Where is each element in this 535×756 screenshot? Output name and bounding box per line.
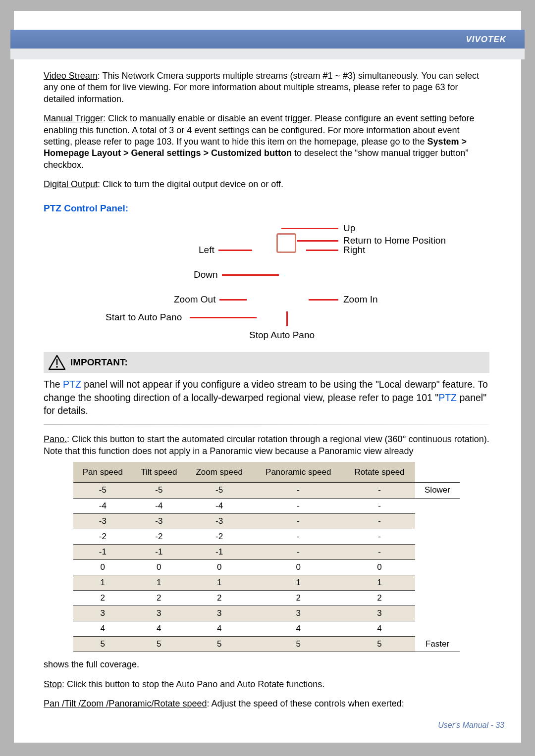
digital-output-label: Digital Output: [44, 179, 98, 189]
ptz-diagram: Up Return to Home Position Left Right Do…: [73, 219, 460, 343]
table-cell: 1: [186, 575, 253, 590]
table-cell: 5: [253, 637, 344, 652]
stop-auto-pano-connector: [286, 311, 288, 326]
important-before: The: [44, 379, 63, 390]
table-row: -3-3-3--: [73, 513, 460, 529]
ptz-link-1[interactable]: PTZ: [63, 379, 81, 390]
table-cell: -: [253, 498, 344, 513]
ptz-panel-heading: PTZ Control Panel:: [44, 202, 489, 215]
important-mid: panel will not appear if you configure a…: [44, 379, 488, 403]
table-cell: -4: [132, 498, 186, 513]
manual-trigger-paragraph: Manual Trigger: Click to manually enable…: [44, 113, 489, 171]
up-label: Up: [343, 222, 355, 235]
left-label: Left: [199, 244, 214, 256]
table-cell: 2: [132, 591, 186, 606]
stop-text: : Click this button to stop the Auto Pan…: [62, 679, 324, 689]
down-connector: [222, 274, 279, 276]
video-stream-paragraph: Video Stream: This Network Cmera support…: [44, 70, 489, 105]
table-row: 55555Faster: [73, 637, 460, 652]
pano-text: : Click this button to start the automat…: [44, 434, 489, 455]
table-cell: -2: [73, 529, 132, 544]
table-cell: 0: [186, 559, 253, 575]
left-connector: [218, 250, 252, 251]
down-label: Down: [194, 269, 218, 281]
table-cell: -: [253, 544, 344, 559]
speed-header: Panoramic speed: [253, 462, 344, 483]
manual-trigger-label: Manual Trigger: [44, 113, 103, 123]
after-table-text: shows the full coverage.: [44, 659, 489, 670]
table-row: 11111: [73, 575, 460, 590]
table-cell: 4: [186, 621, 253, 637]
table-cell: -2: [132, 529, 186, 544]
table-cell: 4: [253, 621, 344, 637]
stop-label: Stop: [44, 679, 62, 689]
faster-label: Faster: [415, 637, 460, 652]
table-cell: 3: [132, 606, 186, 621]
table-cell: -: [344, 513, 415, 529]
table-row: -1-1-1--: [73, 544, 460, 559]
table-cell: -3: [132, 513, 186, 529]
table-row: -2-2-2--: [73, 529, 460, 544]
main-content: Video Stream: This Network Cmera support…: [44, 70, 489, 718]
table-cell: 2: [73, 591, 132, 606]
table-cell: -3: [73, 513, 132, 529]
zoom-out-connector: [219, 299, 247, 301]
video-stream-text: : This Network Cmera supports multiple s…: [44, 71, 479, 104]
table-row: 44444: [73, 621, 460, 637]
table-cell: 4: [132, 621, 186, 637]
return-connector: [297, 240, 338, 242]
table-cell: 1: [132, 575, 186, 590]
manual-trigger-text-a: : Click to manually enable or disable an…: [44, 113, 475, 147]
table-cell: 2: [253, 591, 344, 606]
table-cell: 3: [253, 606, 344, 621]
table-cell: -1: [186, 544, 253, 559]
table-cell: 5: [73, 637, 132, 652]
speed-header: [415, 462, 460, 483]
table-row: 33333: [73, 606, 460, 621]
speed-desc-paragraph: Pan /Tilt /Zoom /Panoramic/Rotate speed:…: [44, 698, 489, 709]
right-label: Right: [343, 244, 365, 256]
table-cell: -1: [132, 544, 186, 559]
speed-table: Pan speedTilt speedZoom speedPanoramic s…: [73, 462, 460, 653]
table-cell: -: [344, 483, 415, 498]
table-cell: -1: [73, 544, 132, 559]
important-box: IMPORTANT:: [44, 352, 489, 373]
zoom-in-connector: [309, 299, 338, 301]
header-subband: [10, 49, 525, 59]
table-cell: 2: [186, 591, 253, 606]
table-cell: -: [253, 513, 344, 529]
table-cell: 4: [73, 621, 132, 637]
table-cell: 0: [132, 559, 186, 575]
table-cell: 1: [73, 575, 132, 590]
speed-header: Zoom speed: [186, 462, 253, 483]
table-row: -5-5-5--Slower: [73, 483, 460, 498]
table-row: -4-4-4--: [73, 498, 460, 513]
table-cell: 1: [344, 575, 415, 590]
warning-icon: [49, 355, 65, 370]
speed-desc-text: : Adjust the speed of these controls whe…: [207, 699, 404, 708]
table-cell: 5: [132, 637, 186, 652]
stop-paragraph: Stop: Click this button to stop the Auto…: [44, 679, 489, 690]
table-cell: -4: [73, 498, 132, 513]
page-footer: User's Manual - 33: [438, 721, 504, 730]
table-cell: -4: [186, 498, 253, 513]
brand-label: VIVOTEK: [466, 35, 506, 45]
table-cell: -: [344, 498, 415, 513]
up-connector: [281, 228, 338, 229]
table-cell: -5: [132, 483, 186, 498]
speed-header: Rotate speed: [344, 462, 415, 483]
table-cell: 5: [344, 637, 415, 652]
table-cell: 4: [344, 621, 415, 637]
home-icon: [276, 233, 296, 253]
ptz-link-2[interactable]: PTZ: [438, 392, 457, 403]
video-stream-label: Video Stream: [44, 71, 98, 81]
table-cell: 0: [73, 559, 132, 575]
zoom-out-label: Zoom Out: [174, 294, 215, 306]
table-cell: 1: [253, 575, 344, 590]
important-heading: IMPORTANT:: [70, 356, 128, 369]
table-cell: -: [253, 529, 344, 544]
table-cell: 3: [73, 606, 132, 621]
end-col-spacer: [415, 498, 460, 637]
manual-page: VIVOTEK Video Stream: This Network Cmera…: [14, 11, 521, 743]
table-cell: -2: [186, 529, 253, 544]
